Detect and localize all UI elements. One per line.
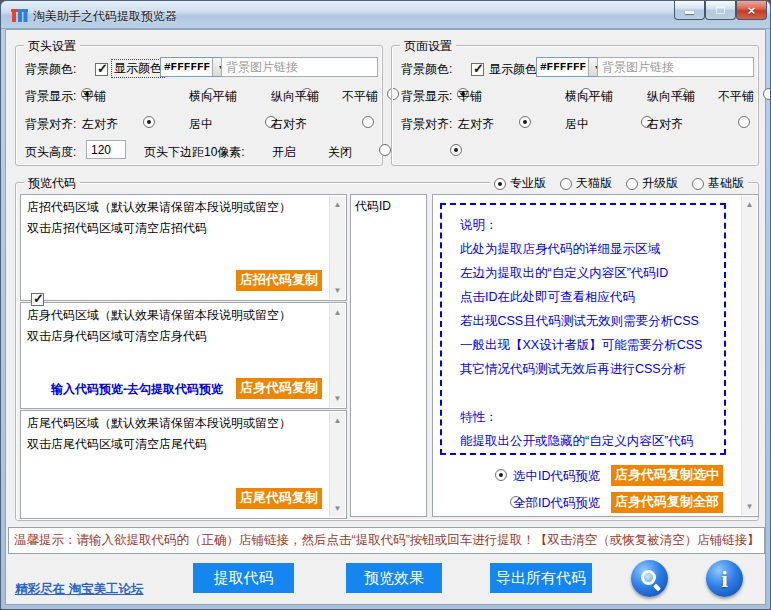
input-code-preview-label: 输入代码预览-去勾提取代码预览 bbox=[51, 381, 223, 398]
hs-display-tile-label: 平铺 bbox=[82, 88, 106, 105]
scrollbar-up-icon[interactable]: ▲ bbox=[330, 305, 345, 320]
ps-align-right-label: 右对齐 bbox=[647, 116, 683, 133]
info-line: 一般出现【XX设计者版】可能需要分析CSS bbox=[460, 333, 724, 357]
hs-bg-align-label: 背景对齐: bbox=[25, 116, 76, 133]
ps-align-center-label: 居中 bbox=[565, 116, 589, 133]
info-line: 其它情况代码测试无效后再进行CSS分析 bbox=[460, 357, 724, 381]
shop-link-input[interactable] bbox=[8, 527, 765, 554]
vertical-scrollbar[interactable]: ▲ ▼ bbox=[741, 196, 757, 515]
shop-header-line1: 店招代码区域（默认效果请保留本段说明或留空） bbox=[27, 199, 291, 216]
hs-height-input[interactable] bbox=[86, 140, 126, 159]
info-line: 特性： bbox=[460, 405, 724, 429]
shop-body-line1: 店身代码区域（默认效果请保留本段说明或留空） bbox=[27, 307, 291, 324]
forum-link[interactable]: 精彩尽在 淘宝美工论坛 bbox=[15, 581, 143, 598]
shop-header-code-textarea[interactable]: 店招代码区域（默认效果请保留本段说明或留空） 双击店招代码区域可清空店招代码 ▲… bbox=[20, 194, 347, 301]
app-window: 淘美助手之代码提取预览器 × 页头设置 背景颜色: 显示颜色 #FFFFFF ▼… bbox=[0, 0, 771, 610]
scrollbar-down-icon[interactable]: ▼ bbox=[330, 283, 345, 298]
info-line bbox=[460, 381, 724, 405]
ps-show-color-label[interactable]: 显示颜色 bbox=[489, 61, 537, 78]
copy-shop-body-button[interactable]: 店身代码复制 bbox=[236, 378, 322, 399]
ps-bg-display-label: 背景显示: bbox=[401, 88, 452, 105]
instructions-box: 说明： 此处为提取店身代码的详细显示区域 左边为提取出的“自定义内容区”代码ID… bbox=[440, 203, 726, 455]
hs-bg-color-label: 背景颜色: bbox=[25, 61, 76, 78]
scrollbar-down-icon[interactable]: ▼ bbox=[742, 499, 757, 514]
page-settings-title: 页面设置 bbox=[400, 38, 456, 55]
search-button[interactable] bbox=[631, 560, 668, 597]
version-pro-radio[interactable] bbox=[494, 178, 506, 190]
code-detail-panel[interactable]: ▲ ▼ 说明： 此处为提取店身代码的详细显示区域 左边为提取出的“自定义内容区”… bbox=[432, 194, 759, 517]
vertical-scrollbar[interactable]: ▲ ▼ bbox=[329, 304, 345, 407]
copy-all-button[interactable]: 店身代码复制全部 bbox=[611, 492, 723, 513]
search-icon bbox=[641, 570, 656, 585]
shop-footer-code-textarea[interactable]: 店尾代码区域（默认效果请保留本段说明或留空） 双击店尾代码区域可清空店尾代码 ▲… bbox=[20, 410, 347, 519]
copy-shop-footer-button[interactable]: 店尾代码复制 bbox=[236, 488, 322, 509]
minimize-button[interactable] bbox=[674, 1, 705, 20]
info-button[interactable]: i bbox=[706, 560, 743, 597]
shop-body-line2: 双击店身代码区域可清空店身代码 bbox=[27, 328, 207, 345]
preview-code-group: 预览代码 专业版 天猫版 升级版 基础版 店招代码区域（默认效果请保留本段说明或… bbox=[15, 182, 759, 521]
info-line: 若出现CSS且代码测试无效则需要分析CSS bbox=[460, 309, 724, 333]
info-line: 能提取出公开或隐藏的“自定义内容区”代码 bbox=[460, 429, 724, 453]
ps-align-right-radio[interactable] bbox=[738, 116, 750, 128]
code-id-header: 代码ID bbox=[355, 198, 391, 215]
input-code-preview-checkbox[interactable] bbox=[31, 293, 44, 306]
scrollbar-up-icon[interactable]: ▲ bbox=[330, 413, 345, 428]
shop-header-line2: 双击店招代码区域可清空店招代码 bbox=[27, 220, 207, 237]
hs-align-left-label: 左对齐 bbox=[82, 116, 118, 133]
export-all-code-button[interactable]: 导出所有代码 bbox=[490, 563, 592, 593]
scrollbar-up-icon[interactable]: ▲ bbox=[742, 197, 757, 212]
maximize-icon bbox=[716, 6, 725, 14]
hs-margin-on-label: 开启 bbox=[272, 144, 296, 161]
scrollbar-up-icon[interactable]: ▲ bbox=[330, 197, 345, 212]
hs-height-label: 页头高度: bbox=[25, 144, 76, 161]
hs-display-notile-label: 不平铺 bbox=[342, 88, 378, 105]
ps-display-vtile-label: 纵向平铺 bbox=[647, 88, 695, 105]
preview-code-title: 预览代码 bbox=[24, 175, 80, 192]
hs-display-vtile-label: 纵向平铺 bbox=[271, 88, 319, 105]
scrollbar-down-icon[interactable]: ▼ bbox=[330, 501, 345, 516]
scrollbar-down-icon[interactable]: ▼ bbox=[330, 391, 345, 406]
shop-footer-line2: 双击店尾代码区域可清空店尾代码 bbox=[27, 436, 207, 453]
version-basic-label: 基础版 bbox=[708, 175, 744, 192]
maximize-button[interactable] bbox=[705, 1, 736, 20]
version-basic-radio[interactable] bbox=[692, 178, 704, 190]
ps-bg-color-label: 背景颜色: bbox=[401, 61, 452, 78]
preview-effect-button[interactable]: 预览效果 bbox=[346, 563, 442, 593]
selected-id-preview-radio[interactable] bbox=[495, 469, 507, 481]
hs-margin-off-label: 关闭 bbox=[328, 144, 352, 161]
hs-color-value: #FFFFFF bbox=[161, 58, 212, 76]
code-id-list[interactable]: 代码ID bbox=[350, 194, 427, 517]
close-button[interactable]: × bbox=[736, 1, 767, 20]
hs-margin-on-radio[interactable] bbox=[379, 144, 391, 156]
ps-color-combobox[interactable]: #FFFFFF ▼ bbox=[536, 57, 606, 77]
ps-bg-image-input[interactable] bbox=[597, 57, 754, 77]
info-line: 说明： bbox=[460, 213, 724, 237]
selected-id-preview-label: 选中ID代码预览 bbox=[513, 468, 601, 485]
version-tmall-radio[interactable] bbox=[560, 178, 572, 190]
hs-align-right-label: 右对齐 bbox=[271, 116, 307, 133]
ps-color-value: #FFFFFF bbox=[537, 58, 588, 76]
hs-align-right-radio[interactable] bbox=[362, 116, 374, 128]
hs-color-combobox[interactable]: #FFFFFF ▼ bbox=[160, 57, 230, 77]
ps-align-left-radio[interactable] bbox=[519, 116, 531, 128]
hs-bg-image-input[interactable] bbox=[221, 57, 378, 77]
hs-show-color-label[interactable]: 显示颜色 bbox=[111, 59, 165, 78]
vertical-scrollbar[interactable]: ▲ ▼ bbox=[329, 196, 345, 299]
extract-code-button[interactable]: 提取代码 bbox=[193, 563, 294, 593]
page-settings-group: 页面设置 背景颜色: 显示颜色 #FFFFFF ▼ 背景显示: 平铺 横向平铺 … bbox=[391, 45, 759, 166]
hs-display-htile-label: 横向平铺 bbox=[189, 88, 237, 105]
ps-display-htile-label: 横向平铺 bbox=[565, 88, 613, 105]
ps-show-color-checkbox[interactable] bbox=[471, 63, 484, 76]
version-upgrade-radio[interactable] bbox=[626, 178, 638, 190]
info-icon: i bbox=[721, 567, 728, 591]
shop-body-code-textarea[interactable]: 店身代码区域（默认效果请保留本段说明或留空） 双击店身代码区域可清空店身代码 ▲… bbox=[20, 302, 347, 409]
ps-bg-align-label: 背景对齐: bbox=[401, 116, 452, 133]
copy-selected-button[interactable]: 店身代码复制选中 bbox=[611, 465, 723, 486]
copy-shop-header-button[interactable]: 店招代码复制 bbox=[236, 270, 322, 291]
ps-display-notile-radio[interactable] bbox=[763, 88, 771, 100]
vertical-scrollbar[interactable]: ▲ ▼ bbox=[329, 412, 345, 517]
hs-show-color-checkbox[interactable] bbox=[95, 63, 108, 76]
hs-align-left-radio[interactable] bbox=[143, 116, 155, 128]
close-icon: × bbox=[748, 4, 756, 17]
minimize-icon bbox=[685, 11, 694, 14]
